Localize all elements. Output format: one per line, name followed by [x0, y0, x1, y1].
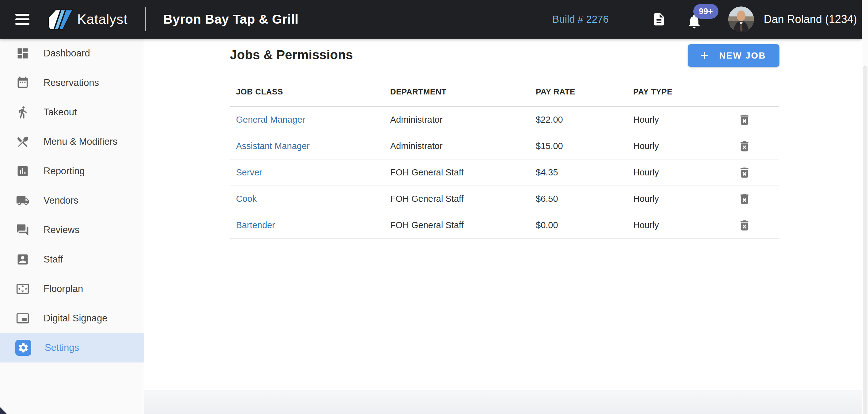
column-header-job-class: JOB CLASS: [230, 87, 390, 97]
sidebar-item-staff[interactable]: Staff: [0, 245, 144, 274]
vertical-scrollbar: [862, 0, 868, 414]
user-name[interactable]: Dan Roland (1234): [764, 13, 857, 26]
venue-title: Byron Bay Tap & Grill: [163, 12, 299, 27]
dashboard-icon: [15, 46, 30, 61]
sidebar-item-takeout[interactable]: Takeout: [0, 97, 144, 127]
delete-forever-icon: [738, 166, 751, 179]
person-badge-icon: [15, 252, 30, 267]
signage-screen-icon: [16, 312, 29, 325]
pay-type-cell: Hourly: [633, 194, 710, 204]
department-cell: Administrator: [390, 115, 536, 125]
sidebar-item-dashboard[interactable]: Dashboard: [0, 39, 144, 68]
person-badge-icon: [16, 253, 29, 266]
column-header-pay-type: PAY TYPE: [633, 87, 710, 97]
table-row: Bartender FOH General Staff $0.00 Hourly: [230, 212, 779, 239]
delete-forever-icon: [738, 140, 751, 153]
pay-type-cell: Hourly: [633, 220, 710, 230]
job-class-link[interactable]: General Manager: [230, 115, 390, 125]
department-cell: FOH General Staff: [390, 194, 536, 204]
truck-icon: [16, 194, 29, 207]
chat-bubbles-icon: [16, 223, 29, 237]
sidebar-item-settings[interactable]: Settings: [0, 333, 144, 362]
fork-spoon-icon: [16, 135, 29, 148]
overscan-icon: [15, 282, 30, 296]
department-cell: FOH General Staff: [390, 168, 536, 178]
table-row: Server FOH General Staff $4.35 Hourly: [230, 159, 779, 186]
plus-icon: [698, 49, 710, 62]
notification-badge: 99+: [693, 4, 718, 19]
fork-spoon-icon: [15, 134, 30, 149]
bar-chart-icon: [15, 164, 30, 178]
pay-type-cell: Hourly: [633, 141, 710, 151]
pay-rate-cell: $6.50: [536, 194, 633, 204]
build-number: Build # 2276: [552, 13, 609, 25]
katalyst-logo-icon: [45, 7, 74, 32]
brand-name: Katalyst: [77, 12, 128, 27]
truck-icon: [15, 193, 30, 208]
pay-rate-cell: $22.00: [536, 115, 633, 125]
sidebar-item-reporting[interactable]: Reporting: [0, 156, 144, 186]
katalyst-logo: Katalyst: [45, 7, 128, 32]
job-class-link[interactable]: Cook: [230, 194, 390, 204]
sidebar-item-reservations[interactable]: Reservations: [0, 68, 144, 97]
notifications-button[interactable]: 99+: [686, 3, 720, 36]
sidebar: Dashboard Reservations Takeout Menu & Mo…: [0, 39, 144, 414]
pay-type-cell: Hourly: [633, 168, 710, 178]
column-header-department: DEPARTMENT: [390, 87, 536, 97]
pay-rate-cell: $0.00: [536, 220, 633, 230]
delete-job-button[interactable]: [738, 192, 751, 206]
chat-bubbles-icon: [15, 223, 30, 237]
table-row: General Manager Administrator $22.00 Hou…: [230, 107, 779, 133]
delete-job-button[interactable]: [738, 140, 751, 153]
sidebar-item-digital-signage[interactable]: Digital Signage: [0, 304, 144, 333]
new-job-button-label: NEW JOB: [719, 51, 766, 61]
jobs-table: JOB CLASS DEPARTMENT PAY RATE PAY TYPE G…: [230, 77, 779, 239]
main-content: Jobs & Permissions NEW JOB JOB CLASS DEP…: [144, 39, 862, 414]
sidebar-item-vendors[interactable]: Vendors: [0, 186, 144, 215]
signage-screen-icon: [15, 311, 30, 326]
sidebar-item-reviews[interactable]: Reviews: [0, 215, 144, 245]
job-class-link[interactable]: Assistant Manager: [230, 141, 390, 151]
settings-gear-icon: [15, 340, 31, 356]
job-class-link[interactable]: Bartender: [230, 220, 390, 230]
table-row: Cook FOH General Staff $6.50 Hourly: [230, 186, 779, 212]
page-title: Jobs & Permissions: [230, 39, 353, 71]
delete-job-button[interactable]: [738, 113, 751, 127]
appbar-divider: [145, 7, 146, 31]
pay-rate-cell: $15.00: [536, 141, 633, 151]
hamburger-menu-icon[interactable]: [15, 14, 29, 25]
walking-person-icon: [16, 106, 29, 119]
pay-type-cell: Hourly: [633, 115, 710, 125]
avatar[interactable]: [728, 6, 754, 32]
walking-person-icon: [15, 105, 30, 120]
department-cell: FOH General Staff: [390, 220, 536, 230]
dashboard-icon: [16, 47, 29, 60]
calendar-icon: [16, 76, 29, 90]
new-job-button[interactable]: NEW JOB: [688, 44, 779, 67]
delete-forever-icon: [738, 113, 751, 127]
document-icon[interactable]: [652, 12, 666, 27]
overscan-icon: [16, 282, 29, 296]
app-bar: Katalyst Byron Bay Tap & Grill Build # 2…: [0, 0, 862, 39]
delete-job-button[interactable]: [738, 219, 751, 232]
table-header-row: JOB CLASS DEPARTMENT PAY RATE PAY TYPE: [230, 77, 779, 107]
table-row: Assistant Manager Administrator $15.00 H…: [230, 133, 779, 159]
content-panel: Jobs & Permissions NEW JOB JOB CLASS DEP…: [144, 39, 862, 390]
page-header: Jobs & Permissions NEW JOB: [144, 39, 862, 71]
delete-job-button[interactable]: [738, 166, 751, 179]
settings-gear-icon: [18, 342, 29, 354]
calendar-icon: [15, 76, 30, 90]
scrollbar-thumb[interactable]: [863, 66, 867, 414]
sidebar-item-floorplan[interactable]: Floorplan: [0, 274, 144, 304]
column-header-pay-rate: PAY RATE: [536, 87, 633, 97]
delete-forever-icon: [738, 219, 751, 232]
pay-rate-cell: $4.35: [536, 168, 633, 178]
job-class-link[interactable]: Server: [230, 168, 390, 178]
bar-chart-icon: [16, 165, 29, 178]
delete-forever-icon: [738, 192, 751, 206]
department-cell: Administrator: [390, 141, 536, 151]
page-background-strip: [144, 390, 862, 414]
sidebar-item-menu-modifiers[interactable]: Menu & Modifiers: [0, 127, 144, 156]
